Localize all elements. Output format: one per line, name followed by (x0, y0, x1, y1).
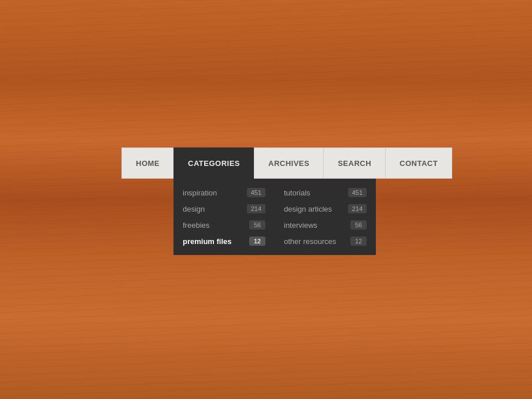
category-count: 451 (247, 188, 265, 197)
category-label: design (183, 205, 205, 213)
category-tutorials[interactable]: tutorials 451 (275, 184, 376, 201)
category-label: interviews (284, 221, 317, 230)
category-label: design articles (284, 205, 332, 213)
category-other-resources[interactable]: other resources 12 (275, 233, 376, 249)
category-inspiration[interactable]: inspiration 451 (173, 184, 275, 201)
nav-item-categories[interactable]: CATEGORIES (173, 147, 254, 179)
nav-bar: HOME CATEGORIES ARCHIVES SEARCH CONTACT (121, 147, 452, 179)
category-count: 56 (350, 220, 367, 230)
category-design[interactable]: design 214 (173, 201, 275, 217)
nav-item-contact[interactable]: CONTACT (385, 147, 452, 179)
category-count: 12 (350, 237, 367, 246)
nav-item-search[interactable]: SEARCH (323, 147, 385, 179)
category-count: 56 (249, 220, 265, 230)
category-count: 214 (247, 204, 265, 213)
navigation-container: HOME CATEGORIES ARCHIVES SEARCH CONTACT … (121, 147, 452, 179)
category-label: premium files (183, 237, 232, 246)
dropdown-grid: inspiration 451 tutorials 451 design 214… (173, 184, 376, 249)
category-label: tutorials (284, 189, 311, 197)
categories-dropdown: inspiration 451 tutorials 451 design 214… (173, 179, 376, 255)
nav-item-archives[interactable]: ARCHIVES (254, 147, 323, 179)
category-interviews[interactable]: interviews 56 (275, 217, 376, 233)
nav-item-home[interactable]: HOME (121, 147, 173, 179)
category-label: freebies (183, 221, 209, 230)
category-label: inspiration (183, 189, 217, 197)
category-count: 214 (348, 204, 367, 213)
category-freebies[interactable]: freebies 56 (173, 217, 275, 233)
category-design-articles[interactable]: design articles 214 (275, 201, 376, 217)
category-premium-files[interactable]: premium files 12 (173, 233, 275, 249)
category-count: 12 (249, 237, 265, 246)
category-label: other resources (284, 237, 336, 246)
category-count: 451 (348, 188, 367, 197)
